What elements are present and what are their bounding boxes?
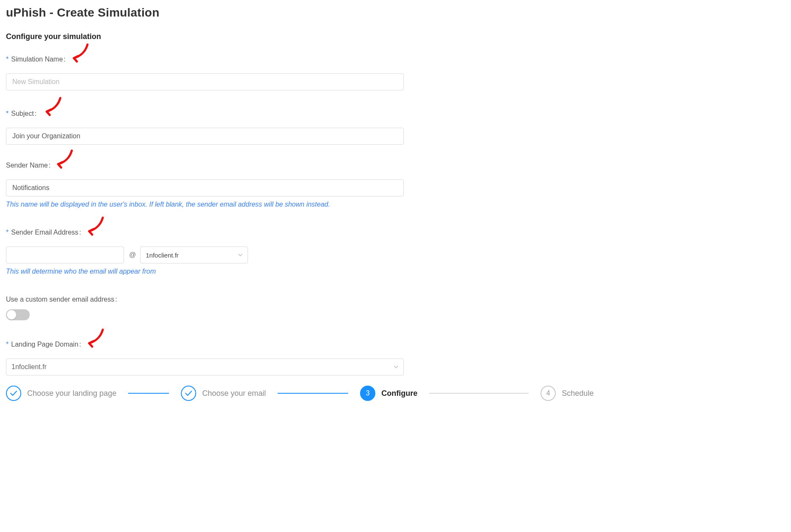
label-sender-email: Sender Email Address <box>11 229 78 236</box>
wizard-stepper: Choose your landing page Choose your ema… <box>6 386 785 401</box>
page-title: uPhish - Create Simulation <box>6 6 785 20</box>
custom-sender-toggle[interactable] <box>6 309 30 320</box>
help-sender-name: This name will be displayed in the user'… <box>6 201 785 208</box>
step-check-icon <box>181 386 196 401</box>
step-connector <box>429 393 529 394</box>
field-landing-domain: * Landing Page Domain : 1nfoclient.fr <box>6 341 785 375</box>
label-colon: : <box>115 296 117 303</box>
required-asterisk: * <box>6 229 8 236</box>
label-subject: Subject <box>11 110 34 118</box>
label-custom-sender: Use a custom sender email address <box>6 296 114 303</box>
step-1[interactable]: Choose your landing page <box>6 386 116 401</box>
simulation-name-input[interactable] <box>6 73 404 90</box>
label-colon: : <box>49 162 51 169</box>
sender-email-domain-value: 1nfoclient.fr <box>146 252 179 259</box>
step-4[interactable]: 4 Schedule <box>540 386 594 401</box>
sender-name-input[interactable] <box>6 179 404 196</box>
field-sender-email: * Sender Email Address : @ 1nfoclient.fr… <box>6 229 785 275</box>
at-symbol: @ <box>129 251 136 259</box>
step-1-label: Choose your landing page <box>27 389 116 398</box>
landing-domain-select[interactable]: 1nfoclient.fr <box>6 358 404 375</box>
required-asterisk: * <box>6 110 8 118</box>
field-custom-sender: Use a custom sender email address : <box>6 296 785 320</box>
step-3-label: Configure <box>381 389 417 398</box>
chevron-down-icon <box>394 366 398 368</box>
field-sender-name: Sender Name : This name will be displaye… <box>6 162 785 208</box>
label-colon: : <box>64 56 65 63</box>
required-asterisk: * <box>6 341 8 348</box>
step-2-label: Choose your email <box>202 389 266 398</box>
toggle-knob <box>7 310 16 319</box>
label-sender-name: Sender Name <box>6 162 48 169</box>
label-colon: : <box>79 341 81 348</box>
field-subject: * Subject : <box>6 110 785 145</box>
sender-email-local-input[interactable] <box>6 246 124 263</box>
landing-domain-value: 1nfoclient.fr <box>11 363 47 371</box>
required-asterisk: * <box>6 56 8 63</box>
label-landing-domain: Landing Page Domain <box>11 341 78 348</box>
step-check-icon <box>6 386 21 401</box>
label-colon: : <box>79 229 81 236</box>
field-simulation-name: * Simulation Name : <box>6 56 785 90</box>
chevron-down-icon <box>238 254 242 256</box>
step-number-icon: 4 <box>540 386 556 401</box>
subject-input[interactable] <box>6 128 404 145</box>
sender-email-domain-select[interactable]: 1nfoclient.fr <box>140 246 248 263</box>
step-connector <box>128 393 169 394</box>
step-number-icon: 3 <box>360 386 375 401</box>
step-connector <box>278 393 348 394</box>
step-4-label: Schedule <box>562 389 594 398</box>
label-colon: : <box>35 110 37 118</box>
label-simulation-name: Simulation Name <box>11 56 63 63</box>
step-2[interactable]: Choose your email <box>181 386 266 401</box>
section-subtitle: Configure your simulation <box>6 32 785 41</box>
step-3[interactable]: 3 Configure <box>360 386 417 401</box>
help-sender-email: This will determine who the email will a… <box>6 268 785 275</box>
